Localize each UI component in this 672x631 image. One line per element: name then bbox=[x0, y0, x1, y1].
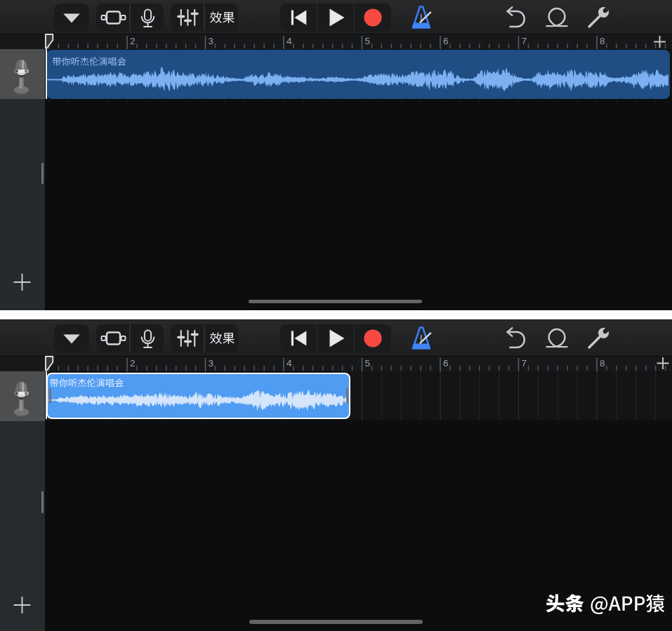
svg-text:2: 2 bbox=[130, 358, 136, 368]
svg-text:8: 8 bbox=[600, 36, 605, 46]
svg-text:5: 5 bbox=[365, 358, 371, 368]
svg-text:7: 7 bbox=[522, 36, 527, 46]
svg-text:5: 5 bbox=[365, 36, 371, 46]
svg-text:6: 6 bbox=[443, 358, 449, 368]
svg-text:6: 6 bbox=[443, 36, 449, 46]
svg-text:8: 8 bbox=[600, 358, 605, 368]
svg-text:4: 4 bbox=[286, 358, 292, 368]
svg-text:4: 4 bbox=[286, 36, 292, 46]
svg-text:7: 7 bbox=[522, 358, 527, 368]
svg-text:3: 3 bbox=[209, 358, 214, 368]
svg-text:2: 2 bbox=[130, 36, 136, 46]
svg-text:3: 3 bbox=[209, 36, 214, 46]
